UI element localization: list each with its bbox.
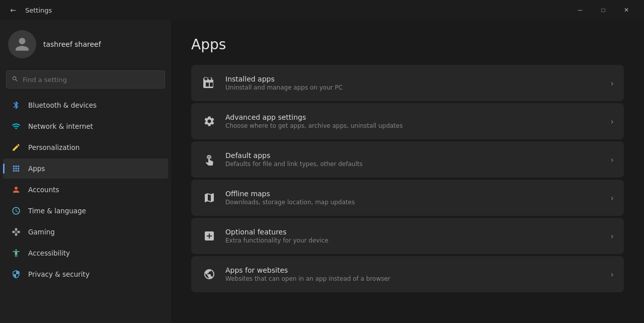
sidebar-item-bluetooth-label: Bluetooth & devices <box>28 101 97 109</box>
sidebar-item-personalization-label: Personalization <box>28 143 79 151</box>
optional-features-desc: Extra functionality for your device <box>225 237 603 244</box>
installed-apps-title: Installed apps <box>225 75 603 83</box>
gaming-icon <box>11 227 21 237</box>
sidebar-item-personalization[interactable]: Personalization <box>3 137 168 157</box>
optional-features-icon <box>201 228 217 244</box>
search-box[interactable] <box>6 70 165 89</box>
default-apps-icon <box>201 151 217 168</box>
back-button[interactable]: ← <box>6 3 20 17</box>
default-apps-chevron: › <box>611 155 614 165</box>
sidebar-item-network[interactable]: Network & internet <box>3 116 168 136</box>
advanced-app-settings-icon <box>201 113 217 129</box>
offline-maps-desc: Downloads, storage location, map updates <box>225 199 603 206</box>
sidebar-item-privacy-label: Privacy & security <box>28 270 90 278</box>
personalization-icon <box>11 142 21 152</box>
close-button[interactable]: ✕ <box>615 2 638 18</box>
advanced-app-settings-desc: Choose where to get apps, archive apps, … <box>225 122 603 129</box>
bluetooth-icon <box>11 100 21 110</box>
maximize-button[interactable]: □ <box>592 2 615 18</box>
setting-default-apps[interactable]: Default apps Defaults for file and link … <box>191 141 624 178</box>
search-container <box>0 66 171 95</box>
search-icon <box>12 75 19 84</box>
setting-optional-features[interactable]: Optional features Extra functionality fo… <box>191 218 624 254</box>
setting-offline-maps[interactable]: Offline maps Downloads, storage location… <box>191 180 624 216</box>
title-bar: ← Settings ─ □ ✕ <box>0 0 644 20</box>
apps-for-websites-text: Apps for websites Websites that can open… <box>225 266 603 282</box>
app-body: tashreef shareef Bluetooth & devices Net… <box>0 20 644 323</box>
sidebar-item-time[interactable]: Time & language <box>3 201 168 221</box>
page-title: Apps <box>191 36 624 53</box>
installed-apps-chevron: › <box>611 78 614 88</box>
window-controls: ─ □ ✕ <box>569 2 638 18</box>
sidebar-item-accessibility-label: Accessibility <box>28 249 70 257</box>
sidebar-item-time-label: Time & language <box>28 207 86 215</box>
advanced-app-settings-text: Advanced app settings Choose where to ge… <box>225 113 603 129</box>
main-content: Apps Installed apps Uninstall and manage… <box>171 20 644 323</box>
installed-apps-text: Installed apps Uninstall and manage apps… <box>225 75 603 91</box>
offline-maps-icon <box>201 190 217 206</box>
avatar <box>8 30 36 58</box>
advanced-app-settings-chevron: › <box>611 117 614 126</box>
optional-features-text: Optional features Extra functionality fo… <box>225 228 603 244</box>
sidebar-item-bluetooth[interactable]: Bluetooth & devices <box>3 95 168 115</box>
accessibility-icon <box>11 248 21 258</box>
sidebar-item-accounts[interactable]: Accounts <box>3 180 168 200</box>
username: tashreef shareef <box>43 40 101 48</box>
setting-apps-for-websites[interactable]: Apps for websites Websites that can open… <box>191 256 624 292</box>
sidebar: tashreef shareef Bluetooth & devices Net… <box>0 20 171 323</box>
privacy-icon <box>11 269 21 279</box>
setting-installed-apps[interactable]: Installed apps Uninstall and manage apps… <box>191 65 624 101</box>
search-input[interactable] <box>23 76 159 84</box>
installed-apps-desc: Uninstall and manage apps on your PC <box>225 84 603 91</box>
default-apps-title: Default apps <box>225 151 603 159</box>
sidebar-item-privacy[interactable]: Privacy & security <box>3 264 168 284</box>
advanced-app-settings-title: Advanced app settings <box>225 113 603 121</box>
accounts-icon <box>11 185 21 195</box>
time-icon <box>11 206 21 216</box>
offline-maps-chevron: › <box>611 193 614 203</box>
sidebar-item-gaming-label: Gaming <box>28 228 55 236</box>
user-profile[interactable]: tashreef shareef <box>0 20 171 66</box>
setting-advanced-app-settings[interactable]: Advanced app settings Choose where to ge… <box>191 103 624 139</box>
sidebar-item-apps-label: Apps <box>28 165 45 173</box>
minimize-button[interactable]: ─ <box>569 2 592 18</box>
sidebar-item-apps[interactable]: Apps <box>3 158 168 179</box>
optional-features-chevron: › <box>611 231 614 241</box>
installed-apps-icon <box>201 75 217 91</box>
default-apps-desc: Defaults for file and link types, other … <box>225 160 603 168</box>
window-title: Settings <box>25 7 564 14</box>
apps-for-websites-chevron: › <box>611 270 614 279</box>
network-icon <box>11 121 21 131</box>
apps-for-websites-icon <box>201 266 217 282</box>
sidebar-item-accessibility[interactable]: Accessibility <box>3 243 168 263</box>
sidebar-item-accounts-label: Accounts <box>28 186 59 194</box>
apps-icon <box>11 164 21 174</box>
sidebar-item-network-label: Network & internet <box>28 122 93 130</box>
apps-for-websites-title: Apps for websites <box>225 266 603 274</box>
offline-maps-text: Offline maps Downloads, storage location… <box>225 190 603 206</box>
default-apps-text: Default apps Defaults for file and link … <box>225 151 603 168</box>
sidebar-item-gaming[interactable]: Gaming <box>3 222 168 242</box>
apps-for-websites-desc: Websites that can open in an app instead… <box>225 275 603 282</box>
user-avatar-icon <box>14 36 30 52</box>
optional-features-title: Optional features <box>225 228 603 236</box>
offline-maps-title: Offline maps <box>225 190 603 198</box>
